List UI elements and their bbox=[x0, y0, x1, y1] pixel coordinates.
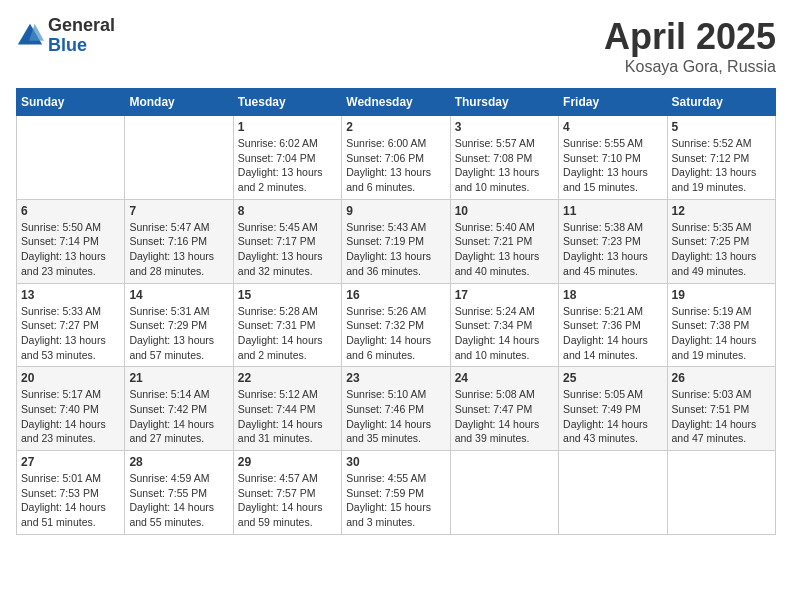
sunrise-label: Sunrise: 4:55 AM bbox=[346, 472, 426, 484]
day-info: Sunrise: 5:14 AM Sunset: 7:42 PM Dayligh… bbox=[129, 387, 228, 446]
weekday-header-wednesday: Wednesday bbox=[342, 89, 450, 116]
daylight-label: Daylight: 13 hours and 32 minutes. bbox=[238, 250, 323, 277]
sunset-label: Sunset: 7:04 PM bbox=[238, 152, 316, 164]
title-area: April 2025 Kosaya Gora, Russia bbox=[604, 16, 776, 76]
sunrise-label: Sunrise: 5:47 AM bbox=[129, 221, 209, 233]
sunrise-label: Sunrise: 4:59 AM bbox=[129, 472, 209, 484]
calendar-cell: 30 Sunrise: 4:55 AM Sunset: 7:59 PM Dayl… bbox=[342, 451, 450, 535]
day-number: 21 bbox=[129, 371, 228, 385]
daylight-label: Daylight: 13 hours and 19 minutes. bbox=[672, 166, 757, 193]
sunrise-label: Sunrise: 5:10 AM bbox=[346, 388, 426, 400]
daylight-label: Daylight: 14 hours and 43 minutes. bbox=[563, 418, 648, 445]
sunrise-label: Sunrise: 5:05 AM bbox=[563, 388, 643, 400]
sunset-label: Sunset: 7:57 PM bbox=[238, 487, 316, 499]
sunset-label: Sunset: 7:40 PM bbox=[21, 403, 99, 415]
calendar-cell: 24 Sunrise: 5:08 AM Sunset: 7:47 PM Dayl… bbox=[450, 367, 558, 451]
day-number: 29 bbox=[238, 455, 337, 469]
calendar-cell: 13 Sunrise: 5:33 AM Sunset: 7:27 PM Dayl… bbox=[17, 283, 125, 367]
logo-blue-text: Blue bbox=[48, 36, 115, 56]
daylight-label: Daylight: 14 hours and 14 minutes. bbox=[563, 334, 648, 361]
calendar-cell: 16 Sunrise: 5:26 AM Sunset: 7:32 PM Dayl… bbox=[342, 283, 450, 367]
daylight-label: Daylight: 13 hours and 10 minutes. bbox=[455, 166, 540, 193]
calendar-cell: 11 Sunrise: 5:38 AM Sunset: 7:23 PM Dayl… bbox=[559, 199, 667, 283]
day-number: 22 bbox=[238, 371, 337, 385]
day-number: 17 bbox=[455, 288, 554, 302]
day-number: 12 bbox=[672, 204, 771, 218]
daylight-label: Daylight: 14 hours and 10 minutes. bbox=[455, 334, 540, 361]
daylight-label: Daylight: 14 hours and 39 minutes. bbox=[455, 418, 540, 445]
day-number: 14 bbox=[129, 288, 228, 302]
sunrise-label: Sunrise: 5:24 AM bbox=[455, 305, 535, 317]
day-number: 3 bbox=[455, 120, 554, 134]
calendar-cell: 28 Sunrise: 4:59 AM Sunset: 7:55 PM Dayl… bbox=[125, 451, 233, 535]
day-info: Sunrise: 5:45 AM Sunset: 7:17 PM Dayligh… bbox=[238, 220, 337, 279]
day-info: Sunrise: 5:28 AM Sunset: 7:31 PM Dayligh… bbox=[238, 304, 337, 363]
day-number: 19 bbox=[672, 288, 771, 302]
calendar-cell: 1 Sunrise: 6:02 AM Sunset: 7:04 PM Dayli… bbox=[233, 116, 341, 200]
sunset-label: Sunset: 7:36 PM bbox=[563, 319, 641, 331]
sunset-label: Sunset: 7:10 PM bbox=[563, 152, 641, 164]
calendar-week-row: 1 Sunrise: 6:02 AM Sunset: 7:04 PM Dayli… bbox=[17, 116, 776, 200]
sunset-label: Sunset: 7:21 PM bbox=[455, 235, 533, 247]
sunrise-label: Sunrise: 5:43 AM bbox=[346, 221, 426, 233]
day-info: Sunrise: 5:52 AM Sunset: 7:12 PM Dayligh… bbox=[672, 136, 771, 195]
sunrise-label: Sunrise: 5:21 AM bbox=[563, 305, 643, 317]
calendar-cell: 2 Sunrise: 6:00 AM Sunset: 7:06 PM Dayli… bbox=[342, 116, 450, 200]
month-title: April 2025 bbox=[604, 16, 776, 58]
sunset-label: Sunset: 7:49 PM bbox=[563, 403, 641, 415]
day-info: Sunrise: 5:03 AM Sunset: 7:51 PM Dayligh… bbox=[672, 387, 771, 446]
sunrise-label: Sunrise: 5:12 AM bbox=[238, 388, 318, 400]
sunset-label: Sunset: 7:44 PM bbox=[238, 403, 316, 415]
sunset-label: Sunset: 7:42 PM bbox=[129, 403, 207, 415]
sunrise-label: Sunrise: 5:45 AM bbox=[238, 221, 318, 233]
day-number: 27 bbox=[21, 455, 120, 469]
calendar-cell: 18 Sunrise: 5:21 AM Sunset: 7:36 PM Dayl… bbox=[559, 283, 667, 367]
daylight-label: Daylight: 13 hours and 57 minutes. bbox=[129, 334, 214, 361]
calendar-cell: 10 Sunrise: 5:40 AM Sunset: 7:21 PM Dayl… bbox=[450, 199, 558, 283]
sunrise-label: Sunrise: 4:57 AM bbox=[238, 472, 318, 484]
day-number: 25 bbox=[563, 371, 662, 385]
sunrise-label: Sunrise: 5:38 AM bbox=[563, 221, 643, 233]
calendar-cell: 17 Sunrise: 5:24 AM Sunset: 7:34 PM Dayl… bbox=[450, 283, 558, 367]
sunset-label: Sunset: 7:59 PM bbox=[346, 487, 424, 499]
day-info: Sunrise: 5:50 AM Sunset: 7:14 PM Dayligh… bbox=[21, 220, 120, 279]
day-number: 26 bbox=[672, 371, 771, 385]
day-info: Sunrise: 5:47 AM Sunset: 7:16 PM Dayligh… bbox=[129, 220, 228, 279]
calendar-week-row: 6 Sunrise: 5:50 AM Sunset: 7:14 PM Dayli… bbox=[17, 199, 776, 283]
calendar-cell: 27 Sunrise: 5:01 AM Sunset: 7:53 PM Dayl… bbox=[17, 451, 125, 535]
day-info: Sunrise: 4:55 AM Sunset: 7:59 PM Dayligh… bbox=[346, 471, 445, 530]
sunset-label: Sunset: 7:55 PM bbox=[129, 487, 207, 499]
day-number: 8 bbox=[238, 204, 337, 218]
day-number: 2 bbox=[346, 120, 445, 134]
sunset-label: Sunset: 7:51 PM bbox=[672, 403, 750, 415]
sunrise-label: Sunrise: 5:03 AM bbox=[672, 388, 752, 400]
daylight-label: Daylight: 13 hours and 28 minutes. bbox=[129, 250, 214, 277]
day-info: Sunrise: 5:26 AM Sunset: 7:32 PM Dayligh… bbox=[346, 304, 445, 363]
weekday-header-saturday: Saturday bbox=[667, 89, 775, 116]
calendar-week-row: 13 Sunrise: 5:33 AM Sunset: 7:27 PM Dayl… bbox=[17, 283, 776, 367]
daylight-label: Daylight: 13 hours and 23 minutes. bbox=[21, 250, 106, 277]
sunset-label: Sunset: 7:46 PM bbox=[346, 403, 424, 415]
calendar-cell: 25 Sunrise: 5:05 AM Sunset: 7:49 PM Dayl… bbox=[559, 367, 667, 451]
daylight-label: Daylight: 14 hours and 31 minutes. bbox=[238, 418, 323, 445]
day-number: 1 bbox=[238, 120, 337, 134]
weekday-header-sunday: Sunday bbox=[17, 89, 125, 116]
daylight-label: Daylight: 15 hours and 3 minutes. bbox=[346, 501, 431, 528]
day-info: Sunrise: 5:55 AM Sunset: 7:10 PM Dayligh… bbox=[563, 136, 662, 195]
day-number: 4 bbox=[563, 120, 662, 134]
sunrise-label: Sunrise: 5:40 AM bbox=[455, 221, 535, 233]
day-info: Sunrise: 5:35 AM Sunset: 7:25 PM Dayligh… bbox=[672, 220, 771, 279]
calendar-cell bbox=[559, 451, 667, 535]
calendar-cell bbox=[17, 116, 125, 200]
sunrise-label: Sunrise: 6:00 AM bbox=[346, 137, 426, 149]
sunset-label: Sunset: 7:29 PM bbox=[129, 319, 207, 331]
sunset-label: Sunset: 7:31 PM bbox=[238, 319, 316, 331]
calendar-cell: 19 Sunrise: 5:19 AM Sunset: 7:38 PM Dayl… bbox=[667, 283, 775, 367]
calendar-cell: 7 Sunrise: 5:47 AM Sunset: 7:16 PM Dayli… bbox=[125, 199, 233, 283]
sunrise-label: Sunrise: 5:52 AM bbox=[672, 137, 752, 149]
daylight-label: Daylight: 13 hours and 2 minutes. bbox=[238, 166, 323, 193]
calendar-cell: 26 Sunrise: 5:03 AM Sunset: 7:51 PM Dayl… bbox=[667, 367, 775, 451]
calendar-cell bbox=[667, 451, 775, 535]
day-info: Sunrise: 5:17 AM Sunset: 7:40 PM Dayligh… bbox=[21, 387, 120, 446]
sunrise-label: Sunrise: 6:02 AM bbox=[238, 137, 318, 149]
